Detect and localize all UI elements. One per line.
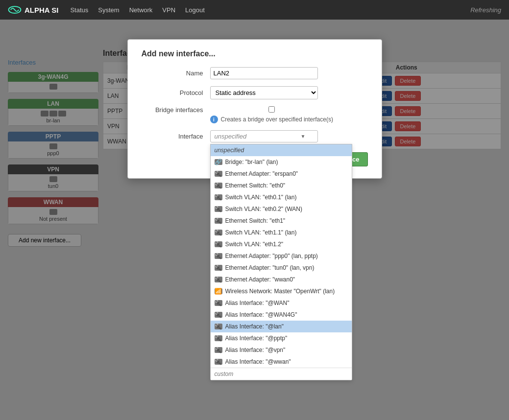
item-text: unspecified (215, 147, 244, 154)
name-input[interactable] (210, 67, 318, 79)
iface-item-icon: 🔌 (215, 300, 222, 306)
iface-item-icon: 🔌 (215, 194, 222, 200)
bridge-info: i Creates a bridge over specified interf… (210, 116, 333, 123)
bridge-row: Bridge interfaces i Creates a bridge ove… (142, 106, 368, 123)
dropdown-item-erspan0[interactable]: 🔌 Ethernet Adapter: "erspan0" (211, 168, 352, 180)
dropdown-item-eth0[interactable]: 🔌 Ethernet Switch: "eth0" (211, 180, 352, 191)
iface-item-icon: 🔌 (215, 312, 222, 318)
item-text: Switch VLAN: "eth1.1" (lan) (225, 229, 297, 236)
modal-overlay: Add new interface... Name Protocol Stati… (0, 20, 509, 420)
item-text: Alias Interface: "@wwan" (225, 358, 291, 365)
item-text: Switch VLAN: "eth0.2" (WAN) (225, 206, 302, 212)
info-icon: i (210, 116, 218, 123)
protocol-label: Protocol (142, 89, 210, 96)
refresh-status: Refreshing (470, 6, 501, 14)
item-text: Ethernet Switch: "eth0" (225, 182, 286, 189)
nav-links: Status System Network VPN Logout (70, 6, 470, 14)
chevron-down-icon: ▼ (301, 134, 306, 139)
iface-item-icon: 🔌 (215, 253, 222, 259)
iface-item-icon: 🔌 (215, 277, 222, 282)
protocol-select[interactable]: Static address (210, 86, 318, 99)
dropdown-item-alias-wwan[interactable]: 🔌 Alias Interface: "@wwan" (211, 356, 352, 368)
dropdown-item-eth0-1[interactable]: 🔌 Switch VLAN: "eth0.1" (lan) (211, 191, 352, 203)
item-text: Alias Interface: "@WAN" (225, 300, 290, 306)
dropdown-item-alias-pptp[interactable]: 🔌 Alias Interface: "@pptp" (211, 332, 352, 344)
interface-row: Interface unspecified ▼ unspecified 🔗 Br… (142, 130, 368, 142)
nav-network[interactable]: Network (129, 6, 153, 14)
dropdown-item-unspecified[interactable]: unspecified (211, 144, 352, 156)
item-text: Alias Interface: "@lan" (225, 323, 284, 330)
dropdown-item-alias-wan4g[interactable]: 🔌 Alias Interface: "@WAN4G" (211, 309, 352, 321)
page-content: Interfaces 3g-WAN4G LAN br-lan (0, 20, 509, 420)
dropdown-item-eth1-2[interactable]: 🔌 Switch VLAN: "eth1.2" (211, 238, 352, 250)
iface-item-icon: 🔌 (215, 183, 222, 188)
dropdown-item-br-lan[interactable]: 🔗 Bridge: "br-lan" (lan) (211, 156, 352, 168)
topnav: ALPHA SI Status System Network VPN Logou… (0, 0, 509, 20)
logo-text: ALPHA SI (24, 6, 58, 14)
iface-item-icon: 📶 (215, 288, 222, 294)
nav-system[interactable]: System (98, 6, 119, 14)
item-text: Ethernet Adapter: "erspan0" (225, 170, 298, 177)
name-label: Name (142, 70, 210, 77)
dropdown-item-eth0-2[interactable]: 🔌 Switch VLAN: "eth0.2" (WAN) (211, 203, 352, 215)
interface-select-value: unspecified (215, 133, 247, 140)
iface-item-icon: 🔌 (215, 218, 222, 224)
iface-item-icon: 🔌 (215, 206, 222, 212)
item-text: Ethernet Switch: "eth1" (225, 217, 286, 224)
iface-item-icon: 🔌 (215, 230, 222, 235)
interface-label: Interface (142, 133, 210, 140)
item-text: Alias Interface: "@vpn" (225, 347, 286, 353)
interface-dropdown-list: unspecified 🔗 Bridge: "br-lan" (lan) 🔌 E… (210, 144, 352, 380)
dropdown-item-openwrt[interactable]: 📶 Wireless Network: Master "OpenWrt" (la… (211, 285, 352, 297)
item-text: Ethernet Adapter: "wwan0" (225, 276, 295, 283)
item-text: Switch VLAN: "eth1.2" (225, 241, 284, 248)
bridge-info-text: Creates a bridge over specified interfac… (221, 116, 333, 123)
custom-interface-input[interactable] (211, 368, 352, 380)
logo: ALPHA SI (8, 5, 58, 14)
nav-vpn[interactable]: VPN (162, 6, 175, 14)
iface-item-icon: 🔌 (215, 324, 222, 329)
item-text: Ethernet Adapter: "ppp0" (lan, pptp) (225, 253, 318, 259)
dropdown-item-alias-lan[interactable]: 🔌 Alias Interface: "@lan" (211, 321, 352, 332)
item-text: Switch VLAN: "eth0.1" (lan) (225, 194, 297, 201)
dropdown-item-alias-wan[interactable]: 🔌 Alias Interface: "@WAN" (211, 297, 352, 309)
iface-item-icon: 🔌 (215, 347, 222, 353)
dropdown-item-eth1[interactable]: 🔌 Ethernet Switch: "eth1" (211, 215, 352, 227)
item-text: Ethernet Adapter: "tun0" (lan, vpn) (225, 264, 315, 271)
dropdown-item-ppp0[interactable]: 🔌 Ethernet Adapter: "ppp0" (lan, pptp) (211, 250, 352, 262)
iface-item-icon: 🔌 (215, 335, 222, 341)
iface-item-icon: 🔗 (215, 159, 222, 165)
item-text: Alias Interface: "@pptp" (225, 335, 288, 342)
nav-logout[interactable]: Logout (185, 6, 205, 14)
dropdown-item-tun0[interactable]: 🔌 Ethernet Adapter: "tun0" (lan, vpn) (211, 262, 352, 274)
iface-item-icon: 🔌 (215, 241, 222, 247)
interface-dropdown-wrapper: unspecified ▼ unspecified 🔗 Bridge: "br-… (210, 130, 318, 142)
dropdown-item-wwan0[interactable]: 🔌 Ethernet Adapter: "wwan0" (211, 274, 352, 285)
nav-status[interactable]: Status (70, 6, 88, 14)
bridge-label: Bridge interfaces (142, 106, 210, 114)
modal-title: Add new interface... (142, 49, 368, 58)
dropdown-item-alias-vpn[interactable]: 🔌 Alias Interface: "@vpn" (211, 344, 352, 356)
interface-select-display[interactable]: unspecified ▼ (210, 130, 318, 142)
protocol-row: Protocol Static address (142, 86, 368, 99)
add-interface-modal: Add new interface... Name Protocol Stati… (127, 39, 382, 179)
dropdown-item-eth1-1[interactable]: 🔌 Switch VLAN: "eth1.1" (lan) (211, 227, 352, 238)
bridge-checkbox[interactable] (210, 106, 333, 113)
iface-item-icon: 🔌 (215, 171, 222, 177)
item-text: Bridge: "br-lan" (lan) (225, 159, 278, 165)
name-row: Name (142, 67, 368, 79)
iface-item-icon: 🔌 (215, 359, 222, 365)
item-text: Wireless Network: Master "OpenWrt" (lan) (225, 288, 335, 295)
iface-item-icon: 🔌 (215, 265, 222, 271)
item-text: Alias Interface: "@WAN4G" (225, 311, 297, 318)
